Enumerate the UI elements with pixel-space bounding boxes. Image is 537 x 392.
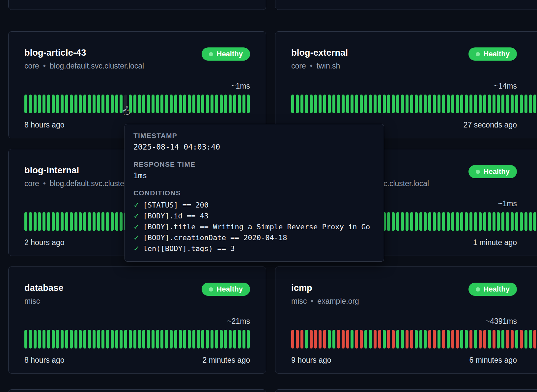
uptime-bar[interactable] [56, 95, 59, 113]
uptime-bar[interactable] [152, 330, 155, 349]
uptime-bar[interactable] [520, 330, 523, 349]
uptime-bar[interactable] [342, 330, 345, 349]
uptime-bar[interactable] [497, 330, 500, 349]
uptime-bar[interactable] [56, 212, 59, 231]
uptime-bar[interactable] [115, 330, 118, 349]
uptime-bar[interactable] [378, 330, 381, 349]
uptime-bar[interactable] [38, 95, 41, 113]
uptime-bar[interactable] [511, 212, 514, 231]
uptime-bar[interactable] [52, 330, 55, 349]
uptime-bar[interactable] [124, 330, 127, 349]
endpoint-card-blog-external[interactable]: blog-external core • twin.sh Healthy ~14… [275, 31, 537, 138]
uptime-bar[interactable] [206, 330, 209, 349]
uptime-bar[interactable] [529, 330, 532, 349]
uptime-bar[interactable] [165, 330, 168, 349]
uptime-bar[interactable] [179, 95, 182, 113]
uptime-bar[interactable] [47, 212, 50, 231]
uptime-bar[interactable] [387, 95, 390, 113]
uptime-bar[interactable] [61, 212, 64, 231]
uptime-bar[interactable] [133, 330, 136, 349]
uptime-bar[interactable] [138, 95, 141, 113]
uptime-bar[interactable] [106, 95, 109, 113]
uptime-bar[interactable] [447, 95, 450, 113]
uptime-bar[interactable] [438, 95, 440, 113]
uptime-bar[interactable] [111, 95, 114, 113]
uptime-bar[interactable] [211, 95, 213, 113]
uptime-bar[interactable] [101, 330, 104, 349]
uptime-bar[interactable] [215, 95, 218, 113]
uptime-bar[interactable] [238, 95, 241, 113]
uptime-bar[interactable] [515, 95, 518, 113]
uptime-bar[interactable] [497, 95, 500, 113]
endpoint-card-blog-article-43[interactable]: blog-article-43 core • blog.default.svc.… [8, 31, 266, 138]
uptime-bar[interactable] [206, 95, 209, 113]
uptime-bar[interactable] [355, 95, 358, 113]
uptime-bar[interactable] [38, 212, 41, 231]
uptime-bar[interactable] [233, 95, 236, 113]
uptime-bar[interactable] [410, 212, 413, 231]
uptime-bar[interactable] [529, 212, 532, 231]
uptime-bar[interactable] [533, 330, 536, 349]
uptime-bar[interactable] [479, 212, 482, 231]
uptime-bar[interactable] [360, 330, 363, 349]
uptime-bar[interactable] [88, 212, 91, 231]
uptime-bar[interactable] [291, 95, 294, 113]
uptime-bar[interactable] [511, 330, 514, 349]
uptime-bar[interactable] [188, 330, 191, 349]
uptime-bar[interactable] [465, 330, 468, 349]
uptime-bar[interactable] [138, 330, 141, 349]
uptime-bar[interactable] [34, 212, 37, 231]
uptime-bar[interactable] [220, 330, 223, 349]
uptime-bar[interactable] [465, 212, 468, 231]
uptime-bar[interactable] [101, 212, 104, 231]
uptime-bar[interactable] [469, 330, 472, 349]
uptime-bar[interactable] [242, 330, 245, 349]
uptime-bar[interactable] [520, 212, 523, 231]
uptime-bar[interactable] [152, 95, 155, 113]
uptime-bar[interactable] [79, 330, 82, 349]
uptime-bar[interactable] [483, 330, 486, 349]
uptime-bar[interactable] [142, 95, 145, 113]
uptime-bar[interactable] [24, 95, 27, 113]
uptime-bar[interactable] [406, 330, 409, 349]
uptime-bar[interactable] [460, 95, 463, 113]
uptime-bar[interactable] [93, 95, 96, 113]
uptime-bar[interactable] [374, 95, 377, 113]
uptime-bar[interactable] [215, 330, 218, 349]
uptime-bar[interactable] [156, 330, 159, 349]
uptime-bar[interactable] [424, 330, 427, 349]
uptime-bar[interactable] [401, 330, 404, 349]
uptime-bar[interactable] [451, 330, 454, 349]
uptime-bar[interactable] [192, 95, 195, 113]
uptime-bar[interactable] [442, 212, 445, 231]
uptime-bar[interactable] [497, 212, 500, 231]
uptime-bar[interactable] [183, 95, 186, 113]
uptime-bar[interactable] [428, 330, 431, 349]
uptime-bar[interactable] [79, 95, 82, 113]
uptime-bar[interactable] [242, 95, 245, 113]
uptime-bar[interactable] [364, 95, 367, 113]
uptime-bar[interactable] [488, 330, 491, 349]
uptime-bar[interactable] [442, 330, 445, 349]
uptime-bar[interactable] [305, 95, 308, 113]
uptime-bar[interactable] [319, 95, 322, 113]
uptime-bar[interactable] [469, 95, 472, 113]
uptime-bar[interactable] [83, 95, 86, 113]
uptime-bar[interactable] [300, 330, 303, 349]
uptime-bar[interactable] [346, 95, 349, 113]
uptime-bar[interactable] [479, 330, 482, 349]
uptime-bar[interactable] [229, 95, 232, 113]
uptime-bar[interactable] [65, 95, 68, 113]
uptime-bar[interactable] [101, 95, 104, 113]
uptime-bar[interactable] [201, 330, 204, 349]
uptime-bar[interactable] [433, 330, 436, 349]
uptime-bar[interactable] [474, 95, 477, 113]
uptime-bar[interactable] [120, 330, 123, 349]
uptime-bar[interactable] [147, 330, 150, 349]
uptime-bar[interactable] [364, 330, 367, 349]
uptime-bar[interactable] [342, 95, 345, 113]
uptime-bar[interactable] [415, 330, 418, 349]
uptime-bar[interactable] [224, 330, 227, 349]
uptime-bar[interactable] [337, 330, 340, 349]
uptime-bar[interactable] [65, 212, 68, 231]
